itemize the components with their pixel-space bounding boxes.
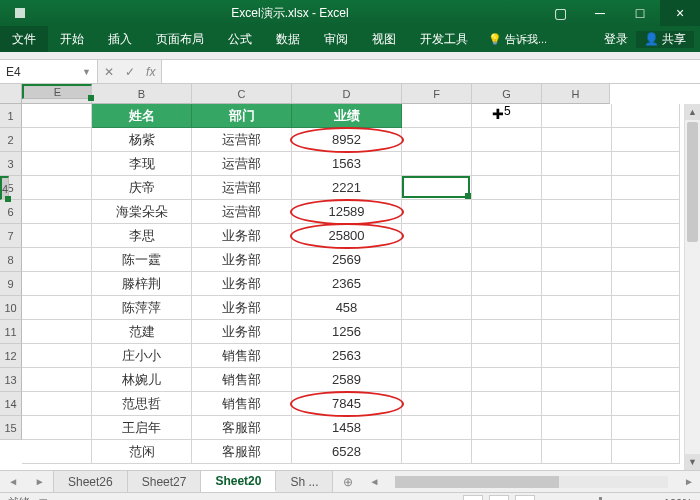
- cell-F9[interactable]: [472, 296, 542, 320]
- share-button[interactable]: 👤共享: [636, 31, 694, 48]
- name-box[interactable]: E4▼: [0, 60, 98, 83]
- cell-E4[interactable]: [402, 176, 472, 200]
- sheet-tab-Sh ...[interactable]: Sh ...: [276, 471, 333, 492]
- cell-F11[interactable]: [472, 344, 542, 368]
- cell-C12[interactable]: 销售部: [192, 368, 292, 392]
- cell-G11[interactable]: [542, 344, 612, 368]
- cell-B2[interactable]: 杨紫: [92, 128, 192, 152]
- row-header-5[interactable]: 5: [0, 176, 22, 200]
- cell-C15[interactable]: 客服部: [192, 440, 292, 464]
- tab-home[interactable]: 开始: [48, 26, 96, 52]
- cell-H4[interactable]: [612, 176, 680, 200]
- cell-A2[interactable]: [22, 128, 92, 152]
- cell-G14[interactable]: [542, 416, 612, 440]
- cell-D12[interactable]: 2589: [292, 368, 402, 392]
- cell-C1[interactable]: 部门: [192, 104, 292, 128]
- cell-A13[interactable]: [22, 392, 92, 416]
- tab-devtools[interactable]: 开发工具: [408, 26, 480, 52]
- cell-E2[interactable]: [402, 128, 472, 152]
- tab-insert[interactable]: 插入: [96, 26, 144, 52]
- cell-D1[interactable]: 业绩: [292, 104, 402, 128]
- cell-E11[interactable]: [402, 344, 472, 368]
- cell-H11[interactable]: [612, 344, 680, 368]
- row-header-12[interactable]: 12: [0, 344, 22, 368]
- cell-E10[interactable]: [402, 320, 472, 344]
- cell-B3[interactable]: 李现: [92, 152, 192, 176]
- tab-data[interactable]: 数据: [264, 26, 312, 52]
- row-header-15[interactable]: 15: [0, 416, 22, 440]
- view-layout-icon[interactable]: ▤: [489, 495, 509, 501]
- close-button[interactable]: ×: [660, 0, 700, 26]
- tab-file[interactable]: 文件: [0, 26, 48, 52]
- cell-G1[interactable]: [542, 104, 612, 128]
- horizontal-scrollbar[interactable]: ◄ ►: [363, 471, 700, 492]
- cell-D11[interactable]: 2563: [292, 344, 402, 368]
- cell-B5[interactable]: 海棠朵朵: [92, 200, 192, 224]
- cell-F12[interactable]: [472, 368, 542, 392]
- cell-B6[interactable]: 李思: [92, 224, 192, 248]
- cell-F10[interactable]: [472, 320, 542, 344]
- cell-C3[interactable]: 运营部: [192, 152, 292, 176]
- cell-G5[interactable]: [542, 200, 612, 224]
- col-header-D[interactable]: D: [292, 84, 402, 104]
- row-header-11[interactable]: 11: [0, 320, 22, 344]
- cell-C2[interactable]: 运营部: [192, 128, 292, 152]
- cell-F13[interactable]: [472, 392, 542, 416]
- col-header-H[interactable]: H: [542, 84, 610, 104]
- formula-input[interactable]: [162, 60, 700, 83]
- cell-A8[interactable]: [22, 272, 92, 296]
- cell-G13[interactable]: [542, 392, 612, 416]
- vertical-scrollbar[interactable]: ▲ ▼: [684, 104, 700, 470]
- cancel-formula-icon[interactable]: ✕: [104, 65, 114, 79]
- row-header-10[interactable]: 10: [0, 296, 22, 320]
- cell-C14[interactable]: 客服部: [192, 416, 292, 440]
- cell-C5[interactable]: 运营部: [192, 200, 292, 224]
- cell-E6[interactable]: [402, 224, 472, 248]
- cell-C10[interactable]: 业务部: [192, 320, 292, 344]
- cell-A14[interactable]: [22, 416, 92, 440]
- cell-A10[interactable]: [22, 320, 92, 344]
- sheet-tab-Sheet27[interactable]: Sheet27: [128, 471, 202, 492]
- cell-E7[interactable]: [402, 248, 472, 272]
- cell-F1[interactable]: ✚5: [472, 104, 542, 128]
- cell-D6[interactable]: 25800: [292, 224, 402, 248]
- chevron-down-icon[interactable]: ▼: [82, 67, 91, 77]
- cell-G12[interactable]: [542, 368, 612, 392]
- col-header-A[interactable]: A: [22, 84, 92, 104]
- cell-H2[interactable]: [612, 128, 680, 152]
- tab-view[interactable]: 视图: [360, 26, 408, 52]
- cell-E3[interactable]: [402, 152, 472, 176]
- cell-E8[interactable]: [402, 272, 472, 296]
- cell-D4[interactable]: 2221: [292, 176, 402, 200]
- cell-D9[interactable]: 458: [292, 296, 402, 320]
- cell-A15[interactable]: [22, 440, 92, 464]
- cell-C11[interactable]: 销售部: [192, 344, 292, 368]
- cell-E9[interactable]: [402, 296, 472, 320]
- row-header-2[interactable]: 2: [0, 128, 22, 152]
- maximize-button[interactable]: □: [620, 0, 660, 26]
- row-header-3[interactable]: 3: [0, 152, 22, 176]
- col-header-C[interactable]: C: [192, 84, 292, 104]
- minimize-button[interactable]: ─: [580, 0, 620, 26]
- scrollbar-thumb[interactable]: [687, 122, 698, 242]
- cell-D15[interactable]: 6528: [292, 440, 402, 464]
- row-header-14[interactable]: 14: [0, 392, 22, 416]
- cell-H1[interactable]: [612, 104, 680, 128]
- cell-D7[interactable]: 2569: [292, 248, 402, 272]
- sheet-nav[interactable]: ◄►: [0, 471, 54, 492]
- ribbon-collapse-icon[interactable]: ▢: [540, 0, 580, 26]
- cell-E14[interactable]: [402, 416, 472, 440]
- tab-formulas[interactable]: 公式: [216, 26, 264, 52]
- cell-A4[interactable]: [22, 176, 92, 200]
- cell-F14[interactable]: [472, 416, 542, 440]
- confirm-formula-icon[interactable]: ✓: [125, 65, 135, 79]
- cell-H7[interactable]: [612, 248, 680, 272]
- cell-B1[interactable]: 姓名: [92, 104, 192, 128]
- cell-F4[interactable]: [472, 176, 542, 200]
- view-pagebreak-icon[interactable]: ▥: [515, 495, 535, 501]
- macro-record-icon[interactable]: ▢: [38, 496, 48, 500]
- cell-F5[interactable]: [472, 200, 542, 224]
- cell-A11[interactable]: [22, 344, 92, 368]
- zoom-in-button[interactable]: +: [651, 497, 657, 501]
- tab-layout[interactable]: 页面布局: [144, 26, 216, 52]
